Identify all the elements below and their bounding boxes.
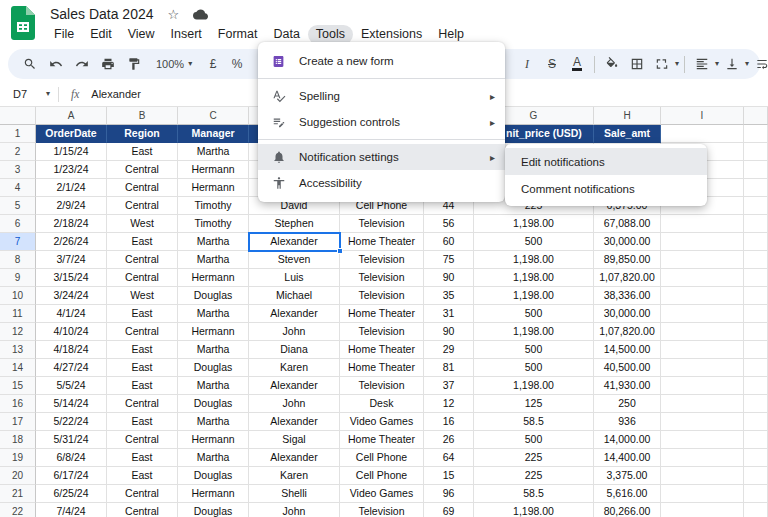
cell-B8[interactable]: Central [107, 251, 178, 269]
cell-B15[interactable]: East [107, 377, 178, 395]
chevron-down-icon[interactable]: ▾ [715, 60, 719, 68]
menu-item-notification-settings[interactable]: Notification settings ▸ [258, 144, 505, 170]
cell-B11[interactable]: East [107, 305, 178, 323]
cell-I1[interactable] [661, 125, 744, 143]
row-header-19[interactable]: 19 [0, 449, 36, 467]
row-header-22[interactable]: 22 [0, 503, 36, 517]
row-header-1[interactable]: 1 [0, 125, 36, 143]
cell-G18[interactable]: 500 [474, 431, 594, 449]
cell-G14[interactable]: 500 [474, 359, 594, 377]
cell-C15[interactable]: Martha [178, 377, 249, 395]
search-icon[interactable] [18, 52, 42, 76]
cell-A22[interactable]: 7/4/24 [36, 503, 107, 517]
row-header-5[interactable]: 5 [0, 197, 36, 215]
cell-F13[interactable]: 29 [424, 341, 474, 359]
cell-D6[interactable]: Stephen [249, 215, 340, 233]
cell-I14[interactable] [661, 359, 744, 377]
column-header-partial[interactable] [744, 107, 768, 125]
cell-H19[interactable]: 14,400.00 [594, 449, 661, 467]
cell-F10[interactable]: 35 [424, 287, 474, 305]
cell-B20[interactable]: East [107, 467, 178, 485]
row-header-7[interactable]: 7 [0, 233, 36, 251]
cell-B19[interactable]: East [107, 449, 178, 467]
cell-G13[interactable]: 500 [474, 341, 594, 359]
cell-I12[interactable] [661, 323, 744, 341]
cell-D22[interactable]: John [249, 503, 340, 517]
redo-icon[interactable] [70, 52, 94, 76]
cell-J4[interactable] [744, 179, 768, 197]
cell-D13[interactable]: Diana [249, 341, 340, 359]
menu-insert[interactable]: Insert [163, 25, 210, 44]
cell-J8[interactable] [744, 251, 768, 269]
cell-F8[interactable]: 75 [424, 251, 474, 269]
cell-C14[interactable]: Douglas [178, 359, 249, 377]
row-header-8[interactable]: 8 [0, 251, 36, 269]
cell-I17[interactable] [661, 413, 744, 431]
cell-B7[interactable]: East [107, 233, 178, 251]
cell-C22[interactable]: Douglas [178, 503, 249, 517]
cell-D18[interactable]: Sigal [249, 431, 340, 449]
cell-C7[interactable]: Martha [178, 233, 249, 251]
star-icon[interactable]: ☆ [168, 8, 180, 21]
row-header-14[interactable]: 14 [0, 359, 36, 377]
cell-J5[interactable] [744, 197, 768, 215]
cell-A19[interactable]: 6/8/24 [36, 449, 107, 467]
menu-item-accessibility[interactable]: Accessibility [258, 170, 505, 196]
cell-J10[interactable] [744, 287, 768, 305]
cell-H20[interactable]: 3,375.00 [594, 467, 661, 485]
cell-D11[interactable]: Alexander [249, 305, 340, 323]
print-icon[interactable] [96, 52, 120, 76]
name-box[interactable]: D7 ▾ [0, 88, 58, 100]
cell-H14[interactable]: 40,500.00 [594, 359, 661, 377]
cell-D15[interactable]: Alexander [249, 377, 340, 395]
menu-format[interactable]: Format [210, 25, 266, 44]
column-header-I[interactable]: I [661, 107, 744, 125]
cell-J16[interactable] [744, 395, 768, 413]
cell-B18[interactable]: Central [107, 431, 178, 449]
cell-D9[interactable]: Luis [249, 269, 340, 287]
cell-C20[interactable]: Douglas [178, 467, 249, 485]
horizontal-align-icon[interactable] [690, 52, 714, 76]
cell-J7[interactable] [744, 233, 768, 251]
cell-C13[interactable]: Martha [178, 341, 249, 359]
cell-E17[interactable]: Video Games [340, 413, 424, 431]
cell-F7[interactable]: 60 [424, 233, 474, 251]
cell-G15[interactable]: 1,198.00 [474, 377, 594, 395]
cell-D17[interactable]: Alexander [249, 413, 340, 431]
cell-G7[interactable]: 500 [474, 233, 594, 251]
format-percent-button[interactable]: % [226, 52, 248, 76]
cell-F19[interactable]: 64 [424, 449, 474, 467]
cell-C1[interactable]: Manager [178, 125, 249, 143]
cell-D20[interactable]: Karen [249, 467, 340, 485]
cell-J12[interactable] [744, 323, 768, 341]
cell-J9[interactable] [744, 269, 768, 287]
cell-F20[interactable]: 15 [424, 467, 474, 485]
cell-A8[interactable]: 3/7/24 [36, 251, 107, 269]
cell-C16[interactable]: Douglas [178, 395, 249, 413]
cell-H12[interactable]: 1,07,820.00 [594, 323, 661, 341]
cell-E12[interactable]: Television [340, 323, 424, 341]
cell-A10[interactable]: 3/24/24 [36, 287, 107, 305]
cell-F22[interactable]: 69 [424, 503, 474, 517]
cell-E6[interactable]: Television [340, 215, 424, 233]
cell-J1[interactable] [744, 125, 768, 143]
cell-D14[interactable]: Karen [249, 359, 340, 377]
cell-B1[interactable]: Region [107, 125, 178, 143]
borders-icon[interactable] [625, 52, 649, 76]
cell-E14[interactable]: Home Theater [340, 359, 424, 377]
row-header-11[interactable]: 11 [0, 305, 36, 323]
cell-A5[interactable]: 2/9/24 [36, 197, 107, 215]
cell-E15[interactable]: Television [340, 377, 424, 395]
cell-I13[interactable] [661, 341, 744, 359]
cell-J17[interactable] [744, 413, 768, 431]
document-title[interactable]: Sales Data 2024 [50, 6, 154, 22]
column-header-C[interactable]: C [178, 107, 249, 125]
cell-A13[interactable]: 4/18/24 [36, 341, 107, 359]
row-header-16[interactable]: 16 [0, 395, 36, 413]
cell-C21[interactable]: Hermann [178, 485, 249, 503]
menu-item-suggestion-controls[interactable]: Suggestion controls ▸ [258, 109, 505, 135]
cell-F12[interactable]: 90 [424, 323, 474, 341]
cell-A9[interactable]: 3/15/24 [36, 269, 107, 287]
format-currency-button[interactable]: £ [202, 52, 224, 76]
row-header-21[interactable]: 21 [0, 485, 36, 503]
